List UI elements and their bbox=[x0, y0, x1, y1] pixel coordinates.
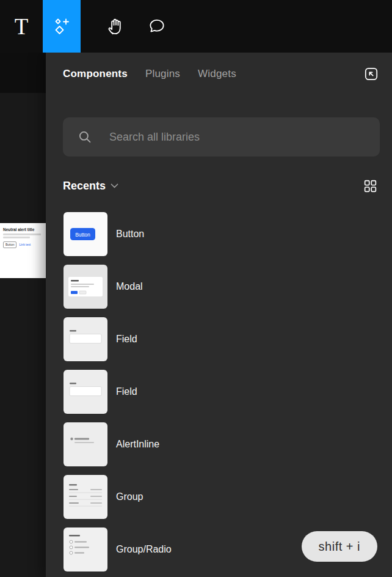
assets-icon bbox=[52, 17, 71, 36]
open-library-button[interactable] bbox=[359, 62, 383, 86]
thumb-art-group bbox=[64, 475, 107, 519]
component-label: Modal bbox=[116, 281, 143, 292]
arrow-up-left-icon bbox=[363, 66, 379, 82]
preview-button: Button bbox=[3, 241, 16, 248]
search-input[interactable] bbox=[109, 117, 380, 156]
component-thumbnail bbox=[64, 317, 107, 361]
hand-icon bbox=[105, 16, 126, 37]
grid-icon bbox=[363, 178, 378, 194]
thumb-art-modal bbox=[64, 265, 107, 309]
tab-plugins[interactable]: Plugins bbox=[145, 68, 180, 80]
component-item-group[interactable]: Group bbox=[64, 475, 392, 519]
thumb-art-group-radio bbox=[64, 527, 107, 571]
component-item-alertinline[interactable]: AlertInline bbox=[64, 422, 392, 466]
panel-tabs-row: Components Plugins Widgets bbox=[46, 53, 392, 95]
preview-title: Neutral alert title bbox=[3, 227, 43, 232]
preview-link: Link text bbox=[19, 243, 31, 246]
search-icon bbox=[78, 130, 92, 144]
component-label: Group/Radio bbox=[116, 544, 172, 555]
text-tool-icon: T bbox=[15, 15, 29, 38]
component-label: Button bbox=[116, 229, 144, 240]
component-label: Field bbox=[116, 334, 137, 345]
component-thumbnail bbox=[64, 265, 107, 309]
component-item-field[interactable]: Field bbox=[64, 370, 392, 414]
component-thumbnail: Button bbox=[64, 212, 107, 256]
recents-header: Recents bbox=[63, 177, 379, 194]
shortcut-hint: shift + i bbox=[302, 531, 377, 562]
comment-tool[interactable] bbox=[138, 0, 176, 53]
component-thumbnail bbox=[64, 527, 107, 571]
panel-tabs: Components Plugins Widgets bbox=[63, 68, 359, 80]
recents-dropdown[interactable]: Recents bbox=[63, 180, 118, 193]
canvas-component-preview[interactable]: Neutral alert title Button Link text bbox=[0, 223, 46, 278]
preview-text-line bbox=[3, 233, 41, 235]
chevron-down-icon bbox=[111, 183, 118, 189]
tab-widgets[interactable]: Widgets bbox=[198, 68, 236, 80]
component-label: AlertInline bbox=[116, 439, 159, 450]
tab-components[interactable]: Components bbox=[63, 68, 128, 80]
component-item-button[interactable]: Button Button bbox=[64, 212, 392, 256]
thumb-art-alert bbox=[64, 422, 107, 466]
assets-panel: Components Plugins Widgets Recents bbox=[46, 53, 392, 577]
component-thumbnail bbox=[64, 475, 107, 519]
preview-actions: Button Link text bbox=[3, 241, 43, 248]
thumb-art-button: Button bbox=[64, 212, 107, 256]
component-list: Button Button Moda bbox=[64, 212, 392, 571]
recents-title: Recents bbox=[63, 180, 106, 193]
search-bar[interactable] bbox=[63, 117, 380, 156]
component-label: Field bbox=[116, 386, 137, 397]
component-item-modal[interactable]: Modal bbox=[64, 265, 392, 309]
comment-icon bbox=[147, 17, 167, 36]
thumb-art-field bbox=[64, 370, 107, 414]
canvas-area[interactable]: Neutral alert title Button Link text bbox=[0, 53, 46, 577]
grid-view-button[interactable] bbox=[361, 177, 379, 194]
hand-tool[interactable] bbox=[96, 0, 134, 53]
thumb-art-field bbox=[64, 317, 107, 361]
component-thumbnail bbox=[64, 422, 107, 466]
toolbar: T bbox=[0, 0, 392, 53]
component-thumbnail bbox=[64, 370, 107, 414]
assets-tool[interactable] bbox=[43, 0, 81, 53]
preview-text-line bbox=[3, 237, 30, 238]
text-tool[interactable]: T bbox=[0, 0, 43, 53]
thumb-button-label: Button bbox=[75, 232, 90, 238]
component-item-field[interactable]: Field bbox=[64, 317, 392, 361]
component-label: Group bbox=[116, 491, 143, 502]
